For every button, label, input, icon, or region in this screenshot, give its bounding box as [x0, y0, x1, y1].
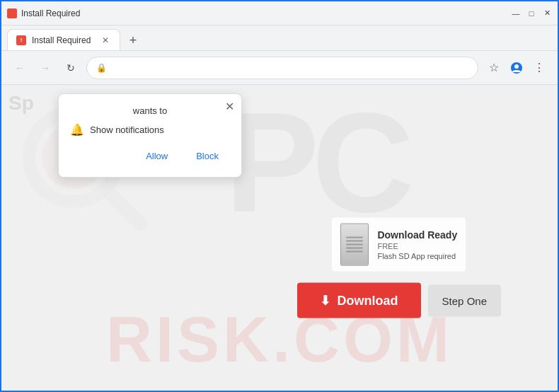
notification-row: 🔔 Show notifications — [70, 123, 230, 137]
download-button-label: Download — [338, 293, 398, 308]
title-bar: Install Required — □ ✕ — [1, 1, 558, 25]
popup-buttons: Allow Block — [70, 146, 230, 166]
window-controls: — □ ✕ — [511, 8, 552, 18]
free-label: FREE — [377, 242, 457, 250]
app-icon-line-5 — [346, 251, 363, 253]
minimize-button[interactable]: — — [511, 8, 521, 18]
app-icon-line-3 — [346, 244, 363, 246]
toolbar-icons: ☆ ⋮ — [484, 58, 549, 78]
bookmark-button[interactable]: ☆ — [484, 58, 504, 78]
page-content: PC RISK.COM Sp ✕ wants to 🔔 Show notific… — [1, 85, 558, 391]
tab-title: Install Required — [32, 35, 94, 45]
tab-close-button[interactable]: ✕ — [100, 35, 111, 46]
download-arrow-icon: ⬇ — [320, 293, 330, 309]
menu-button[interactable]: ⋮ — [529, 58, 549, 78]
show-notifications-text: Show notifications — [90, 125, 164, 135]
allow-button[interactable]: Allow — [134, 146, 179, 166]
download-meta: Download Ready FREE Flash SD App require… — [377, 229, 457, 260]
requirement-label: Flash SD App required — [377, 252, 457, 260]
app-icon — [340, 224, 369, 266]
sd-logo: Sp — [8, 92, 34, 115]
active-tab[interactable]: ! Install Required ✕ — [7, 29, 120, 50]
close-button[interactable]: ✕ — [542, 8, 552, 18]
forward-button[interactable]: → — [35, 58, 55, 78]
download-ready-label: Download Ready — [377, 229, 457, 241]
bell-icon: 🔔 — [70, 123, 84, 137]
block-button[interactable]: Block — [185, 146, 230, 166]
download-button[interactable]: ⬇ Download — [297, 283, 421, 318]
tab-bar: ! Install Required ✕ + — [1, 25, 558, 51]
address-input[interactable]: 🔒 — [86, 57, 478, 79]
account-button[interactable] — [507, 58, 526, 78]
app-icon-line-1 — [346, 237, 363, 238]
title-favicon — [7, 8, 17, 18]
download-section: Download Ready FREE Flash SD App require… — [297, 218, 501, 318]
step-one-button[interactable]: Step One — [428, 284, 501, 316]
tab-favicon: ! — [16, 35, 26, 45]
window-title: Install Required — [21, 8, 80, 18]
back-button[interactable]: ← — [10, 58, 30, 78]
browser-window: Install Required — □ ✕ ! Install Require… — [0, 0, 559, 392]
refresh-button[interactable]: ↻ — [61, 58, 81, 78]
lock-icon: 🔒 — [96, 62, 107, 74]
download-button-row: ⬇ Download Step One — [297, 283, 501, 318]
svg-point-1 — [514, 64, 519, 69]
pc-watermark: PC — [225, 92, 408, 234]
popup-close-button[interactable]: ✕ — [225, 100, 234, 113]
new-tab-button[interactable]: + — [123, 30, 143, 50]
svg-line-3 — [109, 192, 141, 224]
popup-wants-to: wants to — [70, 105, 230, 116]
download-info-box: Download Ready FREE Flash SD App require… — [332, 218, 466, 272]
maximize-button[interactable]: □ — [526, 8, 536, 18]
app-icon-line-2 — [346, 241, 363, 242]
address-bar: ← → ↻ 🔒 ☆ ⋮ — [1, 51, 558, 85]
notification-popup: ✕ wants to 🔔 Show notifications Allow Bl… — [58, 93, 242, 178]
app-icon-line-4 — [346, 248, 363, 249]
